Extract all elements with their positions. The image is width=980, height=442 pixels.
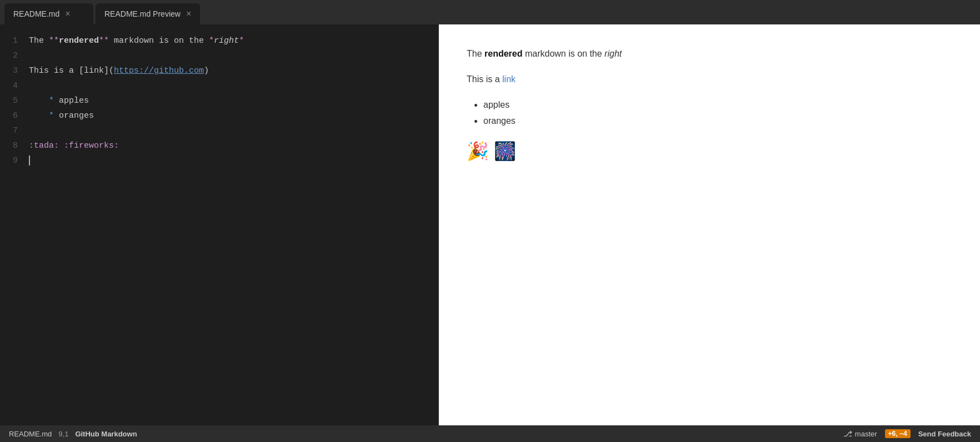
line-num-8: 8 — [0, 138, 18, 153]
list-item-oranges: oranges — [483, 113, 856, 129]
line-num-4: 4 — [0, 78, 18, 93]
line-num-6: 6 — [0, 108, 18, 123]
preview-p1-italic: right — [604, 49, 622, 58]
editor-content[interactable]: 1 2 3 4 5 6 7 8 9 The **rendered** markd… — [0, 24, 438, 425]
preview-p1-before: The — [467, 49, 484, 58]
git-branch-icon: ⎇ — [843, 429, 852, 438]
tab-editor[interactable]: README.md × — [4, 3, 93, 24]
preview-pane: The rendered markdown is on the right Th… — [439, 24, 980, 425]
line-num-9: 9 — [0, 153, 18, 168]
code-line-4 — [29, 78, 438, 93]
status-right: ⎇ master +6, −4 Send Feedback — [843, 429, 971, 438]
status-bar: README.md 9,1 GitHub Markdown ⎇ master +… — [0, 425, 980, 442]
code-line-9 — [29, 153, 438, 168]
tab-preview-close[interactable]: × — [186, 9, 191, 18]
status-left: README.md 9,1 GitHub Markdown — [9, 430, 137, 438]
code-editor[interactable]: The **rendered** markdown is on the *rig… — [22, 24, 438, 425]
tab-preview[interactable]: README.md Preview × — [96, 3, 200, 24]
tab-editor-close[interactable]: × — [65, 9, 70, 18]
status-position: 9,1 — [58, 430, 68, 438]
code-line-5: * apples — [29, 93, 438, 108]
text-cursor — [29, 155, 30, 165]
line-num-5: 5 — [0, 93, 18, 108]
code-line-8: :tada: :fireworks: — [29, 138, 438, 153]
preview-link[interactable]: link — [502, 74, 516, 84]
code-line-3: This is a [link](https://github.com) — [29, 63, 438, 78]
status-diff: +6, −4 — [885, 429, 911, 438]
tab-bar: README.md × README.md Preview × — [0, 0, 980, 24]
tab-preview-title: README.md Preview — [104, 9, 181, 18]
branch-name: master — [855, 430, 877, 438]
code-line-6: * oranges — [29, 108, 438, 123]
code-line-1: The **rendered** markdown is on the *rig… — [29, 33, 438, 48]
line-num-2: 2 — [0, 48, 18, 63]
preview-paragraph-2: This is a link — [467, 72, 856, 87]
line-num-7: 7 — [0, 123, 18, 138]
send-feedback-button[interactable]: Send Feedback — [918, 430, 971, 438]
status-filename: README.md — [9, 430, 52, 438]
list-item-apples: apples — [483, 97, 856, 113]
line-num-1: 1 — [0, 33, 18, 48]
line-numbers: 1 2 3 4 5 6 7 8 9 — [0, 24, 22, 425]
status-language: GitHub Markdown — [75, 430, 137, 438]
status-branch: ⎇ master — [843, 429, 877, 438]
code-line-7 — [29, 123, 438, 138]
preview-p2-before: This is a — [467, 74, 502, 84]
editor-pane: 1 2 3 4 5 6 7 8 9 The **rendered** markd… — [0, 24, 439, 425]
tab-editor-title: README.md — [13, 9, 59, 18]
preview-paragraph-1: The rendered markdown is on the right — [467, 47, 856, 61]
preview-p1-after: markdown is on the — [522, 49, 604, 58]
main-area: 1 2 3 4 5 6 7 8 9 The **rendered** markd… — [0, 24, 980, 425]
code-line-2 — [29, 48, 438, 63]
line-num-3: 3 — [0, 63, 18, 78]
preview-emojis: 🎉 🎆 — [467, 140, 856, 162]
preview-content: The rendered markdown is on the right Th… — [467, 47, 856, 162]
preview-list: apples oranges — [483, 97, 856, 129]
preview-p1-bold: rendered — [484, 49, 522, 58]
